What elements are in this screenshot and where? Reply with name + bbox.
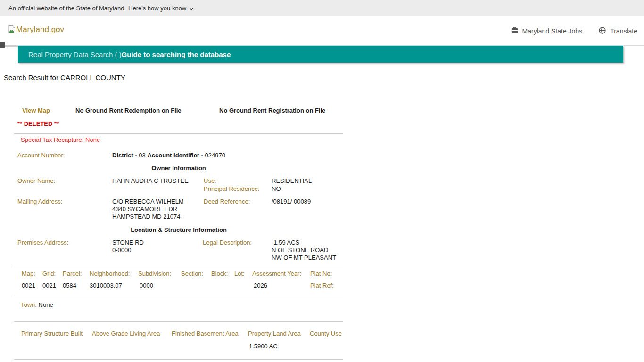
- neighborhood-header: Neighborhood:: [90, 270, 130, 277]
- principal-residence-value: NO: [272, 185, 281, 192]
- real-property-search-page: An official website of the State of Mary…: [0, 0, 644, 362]
- above-grade-living-area-header: Above Grade Living Area: [92, 330, 160, 337]
- plat-ref-header: Plat Ref:: [310, 282, 334, 289]
- use-label: Use:: [204, 177, 216, 184]
- property-record: View Map No Ground Rent Redemption on Fi…: [0, 0, 644, 362]
- account-identifier-label: Account Identifier -: [147, 152, 205, 159]
- property-land-area-value: 1.5900 AC: [249, 343, 278, 350]
- map-header: Map:: [22, 270, 35, 277]
- mailing-address-label: Mailing Address:: [17, 198, 62, 205]
- legal-description-line: -1.59 ACS: [272, 239, 299, 246]
- town-label: Town:: [21, 301, 37, 308]
- mailing-address-line: HAMPSTEAD MD 21074-: [112, 213, 182, 220]
- principal-residence-label: Principal Residence:: [204, 185, 260, 192]
- deed-reference-value: /08191/ 00089: [272, 198, 311, 205]
- property-land-area-header: Property Land Area: [248, 330, 301, 337]
- use-value: RESIDENTIAL: [272, 177, 312, 184]
- owner-name-value: HAHN AUDRA C TRUSTEE: [112, 177, 189, 184]
- account-identifier-value: 024970: [205, 152, 225, 159]
- premises-address-line: STONE RD: [112, 239, 144, 246]
- location-structure-heading: Location & Structure Information: [14, 226, 343, 233]
- subdivision-header: Subdivision:: [138, 270, 171, 277]
- no-ground-rent-registration-text: No Ground Rent Registration on File: [219, 107, 325, 114]
- owner-information-heading: Owner Information: [14, 165, 343, 172]
- premises-address-label: Premises Address:: [17, 239, 68, 246]
- divider: [14, 359, 343, 360]
- deleted-flag: ** DELETED **: [17, 120, 59, 127]
- town-value: None: [39, 301, 53, 308]
- parcel-header: Parcel:: [63, 270, 82, 277]
- view-map-link[interactable]: View Map: [22, 107, 50, 114]
- block-header: Block:: [211, 270, 228, 277]
- town-row: Town: None: [21, 301, 53, 308]
- legal-description-line: NW OF MT PLEASANT: [272, 254, 336, 261]
- owner-name-label: Owner Name:: [17, 177, 55, 184]
- parcel-value: 0584: [63, 282, 76, 289]
- divider: [14, 321, 343, 322]
- legal-description-label: Legal Description:: [203, 239, 252, 246]
- district-value: 03: [139, 152, 147, 159]
- subdivision-value: 0000: [140, 282, 153, 289]
- grid-value: 0021: [42, 282, 56, 289]
- plat-no-header: Plat No:: [310, 270, 332, 277]
- account-number-value: District - 03 Account Identifier - 02497…: [112, 152, 225, 159]
- grid-header: Grid:: [42, 270, 56, 277]
- section-header: Section:: [181, 270, 203, 277]
- primary-structure-built-header: Primary Structure Built: [21, 330, 83, 337]
- district-label: District -: [112, 152, 139, 159]
- divider: [14, 295, 343, 295]
- county-use-header: County Use: [310, 330, 342, 337]
- legal-description-line: N OF STONE ROAD: [272, 247, 328, 254]
- assessment-year-header: Assessment Year:: [252, 270, 301, 277]
- assessment-year-value: 2026: [254, 282, 267, 289]
- lot-header: Lot:: [234, 270, 245, 277]
- premises-address-line: 0-0000: [112, 247, 131, 254]
- no-ground-rent-redemption-text: No Ground Rent Redemption on File: [75, 107, 182, 114]
- divider: [14, 266, 343, 266]
- finished-basement-area-header: Finished Basement Area: [172, 330, 239, 337]
- divider: [14, 133, 343, 134]
- special-tax-recapture-text: Special Tax Recapture: None: [21, 136, 100, 143]
- mailing-address-line: 4340 SYCAMORE EDR: [112, 206, 177, 213]
- account-number-label: Account Number:: [17, 152, 65, 159]
- neighborhood-value: 3010003.07: [90, 282, 122, 289]
- deed-reference-label: Deed Reference:: [204, 198, 250, 205]
- map-value: 0021: [22, 282, 35, 289]
- mailing-address-line: C/O REBECCA WILHELM: [112, 198, 184, 205]
